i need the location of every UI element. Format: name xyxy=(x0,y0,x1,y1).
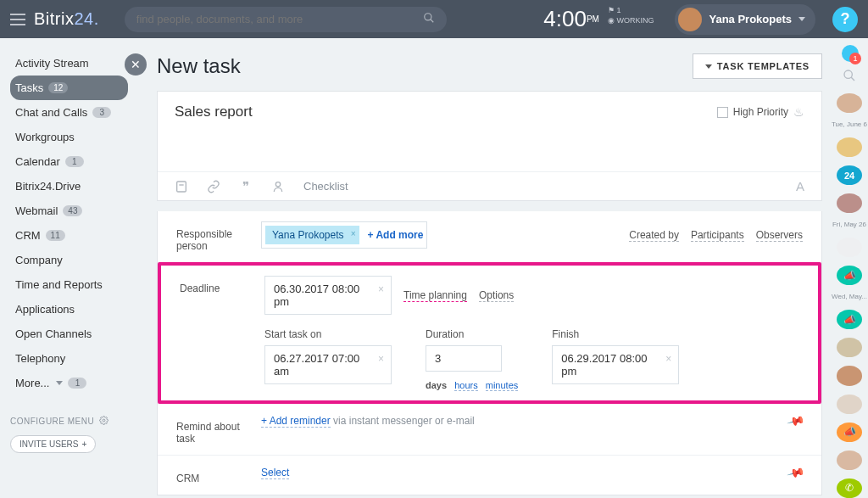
close-icon[interactable]: ✕ xyxy=(125,53,147,76)
svg-line-9 xyxy=(851,77,854,81)
nav-company[interactable]: Company xyxy=(10,248,128,272)
rail-megaphone-icon[interactable]: 📣 xyxy=(837,266,862,285)
text-style-icon[interactable]: A xyxy=(796,179,804,193)
clear-icon[interactable]: × xyxy=(378,283,384,295)
high-priority-toggle[interactable]: High Priority ♨ xyxy=(717,105,804,119)
nav-applications[interactable]: Applications xyxy=(10,297,128,322)
remove-icon[interactable]: × xyxy=(351,229,356,238)
search-input[interactable] xyxy=(136,13,423,25)
rail-date: Wed, May... xyxy=(832,294,867,301)
crm-select-link[interactable]: Select xyxy=(261,467,289,479)
task-title-input[interactable]: Sales report xyxy=(175,104,253,120)
task-card: Sales report High Priority ♨ ❞ Checklist… xyxy=(157,91,822,201)
clear-icon[interactable]: × xyxy=(378,353,384,365)
configure-menu[interactable]: CONFIGURE MENU xyxy=(10,416,128,427)
tab-observers[interactable]: Observers xyxy=(756,229,803,242)
mention-icon[interactable] xyxy=(271,180,285,193)
nav-chat[interactable]: Chat and Calls3 xyxy=(10,100,128,125)
unit-hours[interactable]: hours xyxy=(454,380,478,391)
nav-open-channels[interactable]: Open Channels xyxy=(10,322,128,346)
svg-point-5 xyxy=(275,182,280,186)
label-start: Start task on xyxy=(264,328,392,340)
tab-participants[interactable]: Participants xyxy=(691,229,744,242)
clear-icon[interactable]: × xyxy=(665,353,671,365)
help-button[interactable]: ? xyxy=(832,7,858,32)
label-deadline: Deadline xyxy=(180,276,264,294)
nav-drive[interactable]: Bitrix24.Drive xyxy=(10,174,128,199)
nav-time-reports[interactable]: Time and Reports xyxy=(10,272,128,297)
nav-crm[interactable]: CRM11 xyxy=(10,223,128,248)
user-menu[interactable]: Yana Prokopets xyxy=(675,4,815,35)
row-crm: CRM Select 📌 xyxy=(158,455,821,495)
pin-icon[interactable]: 📌 xyxy=(786,411,805,430)
link-icon[interactable] xyxy=(207,180,220,193)
deadline-input[interactable]: 06.30.2017 08:00 pm× xyxy=(264,276,392,315)
rail-avatar[interactable] xyxy=(837,450,862,470)
clock-widget[interactable]: 4:00PM ⚑ 1 ◉ WORKING xyxy=(543,6,654,32)
nav-tasks[interactable]: Tasks12 xyxy=(10,76,128,100)
unit-days[interactable]: days xyxy=(426,380,447,390)
responsible-input[interactable]: Yana Prokopets× + Add more xyxy=(261,221,427,249)
nav-activity-stream[interactable]: Activity Stream xyxy=(10,51,128,76)
svg-rect-3 xyxy=(177,182,186,192)
rail-megaphone-icon[interactable]: 📣 xyxy=(837,422,862,442)
label-duration: Duration xyxy=(426,328,518,340)
checkbox-icon xyxy=(717,107,728,118)
options-link[interactable]: Options xyxy=(479,289,514,302)
duration-input[interactable]: 3 xyxy=(426,345,502,372)
time-planning-link[interactable]: Time planning xyxy=(403,289,467,302)
rail-avatar[interactable] xyxy=(837,238,862,257)
plus-icon: + xyxy=(81,439,86,449)
rail-avatar[interactable] xyxy=(837,394,862,414)
global-search[interactable] xyxy=(125,7,447,32)
notifications[interactable]: 1 xyxy=(842,45,857,60)
pin-icon[interactable]: 📌 xyxy=(786,463,805,482)
file-icon[interactable] xyxy=(175,180,188,193)
clock-ampm: PM xyxy=(587,14,599,24)
clock-time: 4:00 xyxy=(543,6,587,31)
menu-icon[interactable] xyxy=(10,14,25,25)
add-reminder-link[interactable]: + Add reminder xyxy=(261,415,331,428)
unit-minutes[interactable]: minutes xyxy=(486,380,519,391)
nav-workgroups[interactable]: Workgroups xyxy=(10,125,128,149)
brand-logo[interactable]: Bitrix24. xyxy=(34,9,99,29)
quote-icon[interactable]: ❞ xyxy=(239,180,253,193)
person-chip[interactable]: Yana Prokopets× xyxy=(265,226,359,244)
remind-suffix: via instant messenger or e-mail xyxy=(331,415,475,427)
avatar xyxy=(678,8,702,31)
row-remind: Remind about task + Add reminder via ins… xyxy=(158,404,821,455)
checklist-button[interactable]: Checklist xyxy=(303,180,348,193)
time-planning-callout: Deadline 06.30.2017 08:00 pm× Time plann… xyxy=(158,262,821,404)
user-name: Yana Prokopets xyxy=(709,13,792,25)
rail-call-icon[interactable]: ✆ xyxy=(837,478,862,498)
rail-avatar[interactable] xyxy=(837,93,862,113)
content-area: New task TASK TEMPLATES Sales report Hig… xyxy=(138,38,831,498)
rail-search-icon[interactable] xyxy=(843,69,856,85)
chevron-down-icon xyxy=(705,64,712,69)
start-input[interactable]: 06.27.2017 07:00 am× xyxy=(264,345,392,384)
brand-text-b: 24. xyxy=(74,9,98,28)
finish-input[interactable]: 06.29.2017 08:00 pm× xyxy=(552,345,679,384)
rail-b24-icon[interactable]: 24 xyxy=(837,165,862,185)
rail-avatar[interactable] xyxy=(837,193,862,213)
invite-users-button[interactable]: INVITE USERS+ xyxy=(10,435,96,453)
search-icon[interactable] xyxy=(423,12,435,26)
notif-count: 1 xyxy=(849,53,861,64)
flame-icon: ♨ xyxy=(793,105,804,119)
rail-megaphone-icon[interactable]: 📣 xyxy=(837,310,862,329)
task-templates-button[interactable]: TASK TEMPLATES xyxy=(693,53,822,79)
nav-webmail[interactable]: Webmail43 xyxy=(10,199,128,223)
rail-avatar[interactable] xyxy=(837,137,862,157)
rail-avatar[interactable] xyxy=(837,366,862,385)
tab-created-by[interactable]: Created by xyxy=(629,229,679,242)
nav-telephony[interactable]: Telephony xyxy=(10,346,128,371)
gear-icon xyxy=(99,416,108,427)
rail-avatar[interactable] xyxy=(837,338,862,357)
add-more-button[interactable]: + Add more xyxy=(368,229,424,241)
row-responsible: Responsible person Yana Prokopets× + Add… xyxy=(158,211,821,262)
editor-toolbar: ❞ Checklist A xyxy=(158,171,821,200)
page-title: New task xyxy=(157,54,241,78)
nav-more[interactable]: More...1 xyxy=(10,371,128,395)
nav-calendar[interactable]: Calendar1 xyxy=(10,149,128,174)
svg-point-8 xyxy=(844,70,852,78)
